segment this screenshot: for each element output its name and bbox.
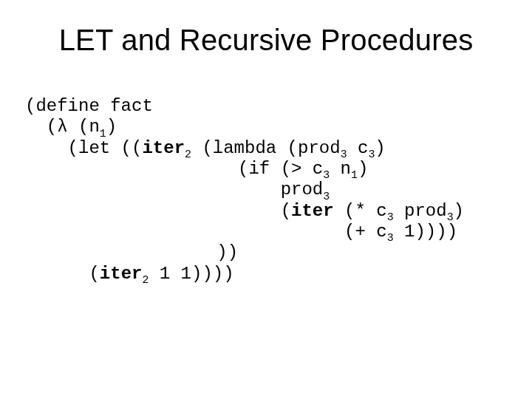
code-line-8a: )) <box>25 242 238 262</box>
code-line-6a: ( <box>25 201 291 221</box>
code-line-2a: ( <box>25 117 57 137</box>
subscript-2: 2 <box>185 149 191 160</box>
iter-keyword: iter <box>291 201 334 221</box>
subscript-3: 3 <box>341 149 347 160</box>
code-line-2c: ) <box>106 117 117 137</box>
subscript-1: 1 <box>351 169 358 181</box>
slide-title: LET and Recursive Procedures <box>0 24 532 57</box>
subscript-2: 2 <box>142 274 149 286</box>
iter-keyword: iter <box>142 138 185 158</box>
code-line-5a: prod <box>25 180 323 200</box>
subscript-3: 3 <box>368 149 375 160</box>
code-line-7b: 1)))) <box>394 222 457 242</box>
subscript-1: 1 <box>100 128 106 140</box>
code-line-1: (define fact <box>25 96 153 116</box>
subscript-3: 3 <box>387 232 394 244</box>
iter-keyword: iter <box>100 264 143 284</box>
code-line-6c: prod <box>394 201 447 221</box>
code-line-3c: c <box>347 138 369 158</box>
code-line-9a: ( <box>25 264 100 284</box>
code-line-4c: ) <box>358 159 368 179</box>
slide: LET and Recursive Procedures (define fac… <box>0 0 532 399</box>
code-line-3d: ) <box>375 138 385 158</box>
code-line-7a: (+ c <box>25 222 387 242</box>
code-line-9b: 1 1)))) <box>149 264 233 284</box>
subscript-3: 3 <box>323 191 330 202</box>
code-line-3b: (lambda (prod <box>191 138 341 158</box>
code-line-4b: n <box>330 159 351 179</box>
subscript-3: 3 <box>447 211 454 223</box>
subscript-3: 3 <box>387 211 394 223</box>
code-block: (define fact (λ (n1) (let ((iter2 (lambd… <box>25 96 464 284</box>
lambda-symbol: λ <box>57 117 67 137</box>
code-line-3a: (let (( <box>25 138 142 158</box>
subscript-3: 3 <box>323 169 330 181</box>
code-line-6b: (* c <box>334 201 387 221</box>
code-line-4a: (if (> c <box>25 159 323 179</box>
code-line-2b: (n <box>68 117 100 137</box>
code-line-6d: ) <box>454 201 464 221</box>
